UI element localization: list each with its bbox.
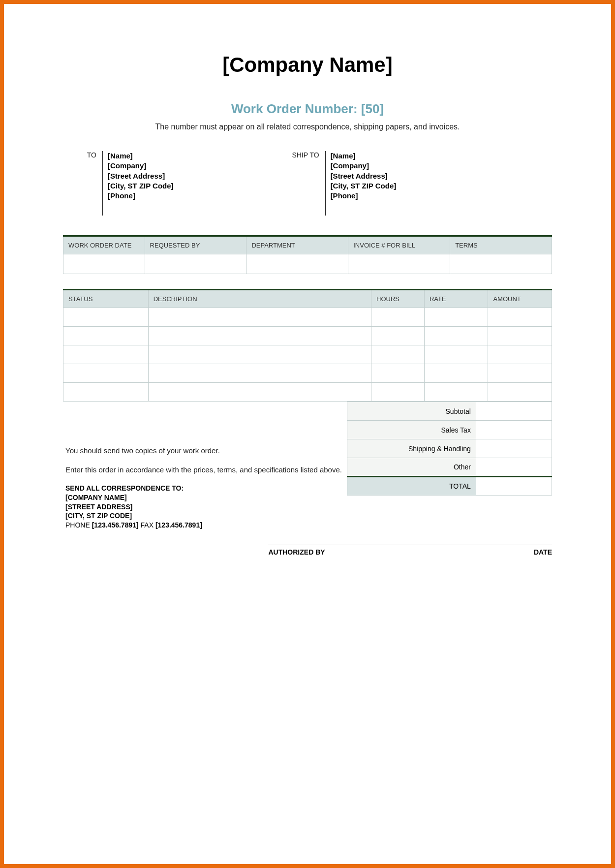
correspondence-block: SEND ALL CORRESPONDENCE TO: [COMPANY NAM… [65, 484, 347, 530]
line-rate-cell[interactable] [424, 345, 488, 364]
line-row [63, 364, 552, 383]
correspondence-company: [COMPANY NAME] [65, 493, 347, 502]
to-address-lines: [Name] [Company] [Street Address] [City,… [102, 151, 174, 216]
line-row [63, 327, 552, 345]
info-header-department: DEPARTMENT [246, 236, 348, 254]
signature-section: AUTHORIZED BY DATE [63, 545, 552, 556]
line-desc-cell[interactable] [148, 308, 371, 327]
line-amount-cell[interactable] [488, 383, 552, 402]
total-row: TOTAL [347, 477, 552, 496]
date-label: DATE [534, 548, 552, 556]
salestax-label: Sales Tax [347, 421, 476, 439]
work-order-page: [Company Name] Work Order Number: [50] T… [4, 4, 611, 864]
line-amount-cell[interactable] [488, 308, 552, 327]
correspondence-fax: [123.456.7891] [155, 521, 202, 529]
notes-block: You should send two copies of your work … [65, 446, 347, 475]
line-desc-cell[interactable] [148, 364, 371, 383]
info-header-requested: REQUESTED BY [145, 236, 246, 254]
info-header-row: WORK ORDER DATE REQUESTED BY DEPARTMENT … [63, 236, 552, 254]
to-city: [City, ST ZIP Code] [108, 181, 174, 191]
document-frame: [Company Name] Work Order Number: [50] T… [0, 0, 615, 868]
line-desc-cell[interactable] [148, 383, 371, 402]
info-table: WORK ORDER DATE REQUESTED BY DEPARTMENT … [63, 235, 552, 274]
info-data-row [63, 254, 552, 274]
info-header-date: WORK ORDER DATE [63, 236, 145, 254]
correspondence-heading: SEND ALL CORRESPONDENCE TO: [65, 484, 347, 493]
total-value[interactable] [476, 477, 552, 496]
line-row [63, 383, 552, 402]
shipto-phone: [Phone] [331, 191, 397, 201]
subtotal-row: Subtotal [347, 402, 552, 421]
line-rate-cell[interactable] [424, 364, 488, 383]
phone-prefix: PHONE [65, 521, 92, 529]
total-label: TOTAL [347, 477, 476, 496]
line-amount-cell[interactable] [488, 327, 552, 345]
address-section: TO [Name] [Company] [Street Address] [Ci… [63, 151, 552, 216]
shipto-city: [City, ST ZIP Code] [331, 181, 397, 191]
line-hours-cell[interactable] [371, 345, 425, 364]
info-header-invoice: INVOICE # FOR BILL [348, 236, 450, 254]
totals-column: Subtotal Sales Tax Shipping & Handling O… [347, 402, 552, 530]
shipto-company: [Company] [331, 161, 397, 171]
shipping-value[interactable] [476, 439, 552, 458]
line-header-row: STATUS DESCRIPTION HOURS RATE AMOUNT [63, 290, 552, 308]
line-hours-cell[interactable] [371, 308, 425, 327]
line-header-amount: AMOUNT [488, 290, 552, 308]
totals-table: Subtotal Sales Tax Shipping & Handling O… [347, 402, 552, 496]
signature-line: AUTHORIZED BY DATE [268, 545, 552, 556]
line-status-cell[interactable] [63, 345, 149, 364]
to-address-block: TO [Name] [Company] [Street Address] [Ci… [68, 151, 291, 216]
line-amount-cell[interactable] [488, 345, 552, 364]
subtotal-label: Subtotal [347, 402, 476, 421]
info-terms-cell[interactable] [450, 254, 552, 274]
info-department-cell[interactable] [246, 254, 348, 274]
subtotal-value[interactable] [476, 402, 552, 421]
lower-section: You should send two copies of your work … [63, 402, 552, 530]
salestax-value[interactable] [476, 421, 552, 439]
shipto-street: [Street Address] [331, 171, 397, 181]
info-header-terms: TERMS [450, 236, 552, 254]
to-name: [Name] [108, 151, 174, 161]
line-hours-cell[interactable] [371, 364, 425, 383]
work-order-number: Work Order Number: [50] [63, 101, 552, 117]
shipping-row: Shipping & Handling [347, 439, 552, 458]
to-company: [Company] [108, 161, 174, 171]
note-line-2: Enter this order in accordance with the … [65, 465, 347, 475]
line-desc-cell[interactable] [148, 327, 371, 345]
shipto-label: SHIP TO [291, 151, 325, 216]
to-phone: [Phone] [108, 191, 174, 201]
line-rate-cell[interactable] [424, 308, 488, 327]
notes-column: You should send two copies of your work … [63, 402, 347, 530]
line-rate-cell[interactable] [424, 383, 488, 402]
line-status-cell[interactable] [63, 308, 149, 327]
line-amount-cell[interactable] [488, 364, 552, 383]
work-order-note: The number must appear on all related co… [63, 123, 552, 131]
authorized-by-label: AUTHORIZED BY [268, 548, 325, 556]
line-hours-cell[interactable] [371, 383, 425, 402]
correspondence-phone: [123.456.7891] [92, 521, 139, 529]
correspondence-phone-line: PHONE [123.456.7891] FAX [123.456.7891] [65, 521, 347, 530]
shipping-label: Shipping & Handling [347, 439, 476, 458]
other-label: Other [347, 458, 476, 477]
correspondence-street: [STREET ADDRESS] [65, 502, 347, 512]
shipto-name: [Name] [331, 151, 397, 161]
line-status-cell[interactable] [63, 383, 149, 402]
to-label: TO [68, 151, 102, 216]
line-status-cell[interactable] [63, 327, 149, 345]
correspondence-city: [CITY, ST ZIP CODE] [65, 511, 347, 521]
other-value[interactable] [476, 458, 552, 477]
company-name-heading: [Company Name] [63, 53, 552, 77]
shipto-address-block: SHIP TO [Name] [Company] [Street Address… [291, 151, 552, 216]
shipto-address-lines: [Name] [Company] [Street Address] [City,… [325, 151, 397, 216]
line-desc-cell[interactable] [148, 345, 371, 364]
line-row [63, 308, 552, 327]
info-date-cell[interactable] [63, 254, 145, 274]
info-invoice-cell[interactable] [348, 254, 450, 274]
line-header-status: STATUS [63, 290, 149, 308]
line-status-cell[interactable] [63, 364, 149, 383]
note-line-1: You should send two copies of your work … [65, 446, 347, 456]
line-rate-cell[interactable] [424, 327, 488, 345]
line-hours-cell[interactable] [371, 327, 425, 345]
info-requested-cell[interactable] [145, 254, 246, 274]
other-row: Other [347, 458, 552, 477]
